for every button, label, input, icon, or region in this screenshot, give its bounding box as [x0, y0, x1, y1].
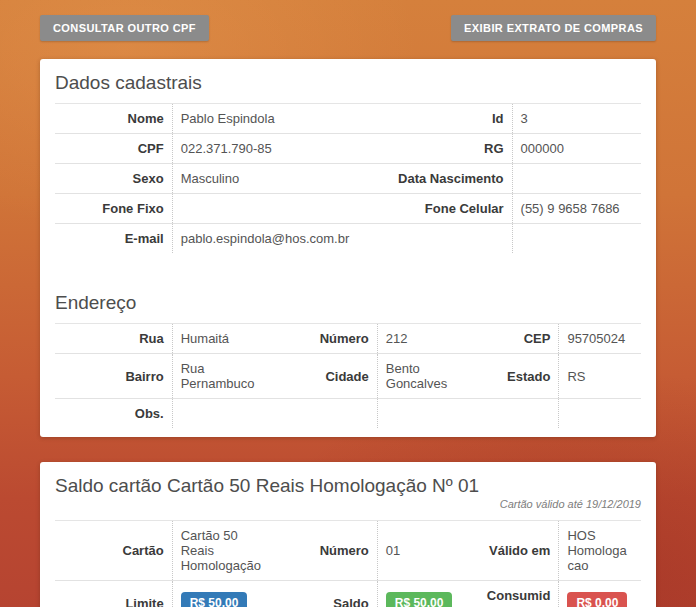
card-balance-card: Saldo cartão Cartão 50 Reais Homologação… — [40, 462, 656, 607]
field-label: Data Nascimento — [377, 164, 512, 194]
card-validity-note: Cartão válido até 19/12/2019 — [55, 498, 641, 511]
field-value: Bento Goncalves — [377, 354, 471, 399]
field-label — [471, 399, 559, 429]
registration-title-wrap: Dados cadastrais — [55, 59, 641, 104]
consumed-badge: R$ 0.00 — [567, 592, 627, 607]
table-row: Rua Humaitá Número 212 CEP 95705024 — [55, 324, 641, 354]
field-label: Estado — [471, 354, 559, 399]
field-label: Cidade — [272, 354, 377, 399]
field-label: Consumido — [471, 581, 559, 607]
table-row: Sexo Masculino Data Nascimento — [55, 164, 641, 194]
field-value: pablo.espindola@hos.com.br — [172, 224, 377, 254]
field-value — [172, 399, 272, 429]
registration-title: Dados cadastrais — [55, 71, 641, 94]
field-label: Limite — [55, 581, 172, 607]
balance-title-wrap: Saldo cartão Cartão 50 Reais Homologação… — [55, 462, 641, 521]
field-label — [272, 399, 377, 429]
field-label: CEP — [471, 324, 559, 354]
field-label: Válido em — [471, 521, 559, 581]
table-row: CPF 022.371.790-85 RG 000000 — [55, 134, 641, 164]
field-value — [559, 399, 641, 429]
field-value: HOS Homologacao — [559, 521, 641, 581]
field-value: RS — [559, 354, 641, 399]
consult-other-cpf-button[interactable]: CONSULTAR OUTRO CPF — [40, 15, 209, 41]
field-value: Cartão 50 Reais Homologação — [172, 521, 272, 581]
field-label: Nome — [55, 104, 172, 134]
field-value: Masculino — [172, 164, 377, 194]
field-label: CPF — [55, 134, 172, 164]
field-label: Número — [272, 324, 377, 354]
field-value: 022.371.790-85 — [172, 134, 377, 164]
registration-table: Nome Pablo Espindola Id 3 CPF 022.371.79… — [55, 104, 641, 253]
field-value — [512, 224, 641, 254]
field-label: Sexo — [55, 164, 172, 194]
field-value — [172, 194, 377, 224]
address-section: Endereço Rua Humaitá Número 212 CEP 9570… — [40, 279, 656, 428]
balance-title: Saldo cartão Cartão 50 Reais Homologação… — [55, 474, 641, 497]
field-label: Rua — [55, 324, 172, 354]
table-row: Obs. — [55, 399, 641, 429]
field-value: 01 — [377, 521, 471, 581]
address-title-wrap: Endereço — [55, 279, 641, 324]
table-row: E-mail pablo.espindola@hos.com.br — [55, 224, 641, 254]
field-label: Fone Fixo — [55, 194, 172, 224]
field-label: Cartão — [55, 521, 172, 581]
table-row: Fone Fixo Fone Celular (55) 9 9658 7686 — [55, 194, 641, 224]
field-label: Fone Celular — [377, 194, 512, 224]
table-row: Limite R$ 50.00 Saldo R$ 50.00 Consumido… — [55, 581, 641, 607]
table-row: Bairro Rua Pernambuco Cidade Bento Gonca… — [55, 354, 641, 399]
field-label: Saldo — [272, 581, 377, 607]
field-label: E-mail — [55, 224, 172, 254]
field-label: RG — [377, 134, 512, 164]
address-title: Endereço — [55, 291, 641, 314]
field-label — [377, 224, 512, 254]
field-value: 3 — [512, 104, 641, 134]
field-value: 95705024 — [559, 324, 641, 354]
field-label: Id — [377, 104, 512, 134]
field-value: Rua Pernambuco — [172, 354, 272, 399]
balance-table: Cartão Cartão 50 Reais Homologação Númer… — [55, 521, 641, 607]
balance-badge: R$ 50.00 — [386, 592, 453, 607]
field-value: R$ 50.00 — [172, 581, 272, 607]
field-value: 212 — [377, 324, 471, 354]
field-value: (55) 9 9658 7686 — [512, 194, 641, 224]
field-value: R$ 50.00 — [377, 581, 471, 607]
field-value — [512, 164, 641, 194]
field-value: 000000 — [512, 134, 641, 164]
field-value: Pablo Espindola — [172, 104, 377, 134]
field-label: Obs. — [55, 399, 172, 429]
personal-data-card: Dados cadastrais Nome Pablo Espindola Id… — [40, 59, 656, 437]
show-purchase-statement-button[interactable]: EXIBIR EXTRATO DE COMPRAS — [451, 15, 656, 41]
address-table: Rua Humaitá Número 212 CEP 95705024 Bair… — [55, 324, 641, 428]
field-label: Número — [272, 521, 377, 581]
table-row: Nome Pablo Espindola Id 3 — [55, 104, 641, 134]
field-value: R$ 0.00 — [559, 581, 641, 607]
table-row: Cartão Cartão 50 Reais Homologação Númer… — [55, 521, 641, 581]
registration-section: Dados cadastrais Nome Pablo Espindola Id… — [40, 59, 656, 253]
field-value: Humaitá — [172, 324, 272, 354]
field-value — [377, 399, 471, 429]
limit-badge: R$ 50.00 — [181, 592, 248, 607]
field-label: Bairro — [55, 354, 172, 399]
toolbar: CONSULTAR OUTRO CPF EXIBIR EXTRATO DE CO… — [0, 0, 696, 41]
